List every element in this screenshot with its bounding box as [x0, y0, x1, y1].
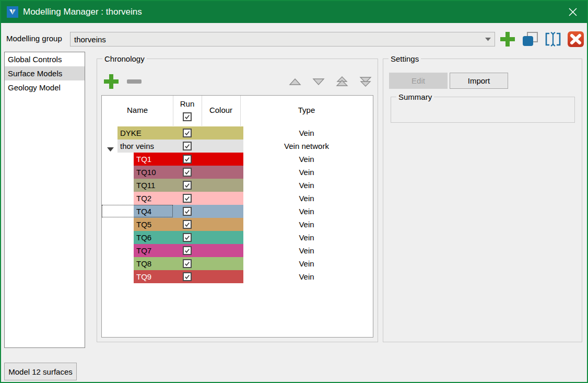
sidebar-item-surface-models[interactable]: Surface Models	[5, 66, 85, 80]
check-icon	[184, 195, 190, 201]
row-run-checkbox[interactable]	[183, 272, 192, 281]
row-name: TQ4	[136, 205, 151, 218]
row-run-checkbox[interactable]	[183, 207, 192, 216]
row-run-checkbox[interactable]	[183, 246, 192, 255]
model-surfaces-button[interactable]: Model 12 surfaces	[4, 363, 77, 380]
row-type: Vein	[240, 231, 373, 244]
add-surface-button[interactable]	[102, 72, 121, 91]
check-icon	[184, 156, 190, 162]
row-name: TQ9	[136, 270, 151, 283]
row-type: Vein	[240, 179, 373, 192]
edit-button[interactable]: Edit	[389, 73, 448, 89]
double-triangle-up-icon	[336, 76, 348, 87]
row-name: TQ5	[136, 218, 151, 231]
row-type: Vein	[240, 205, 373, 218]
row-type: Vein	[240, 153, 373, 166]
row-name: thor veins	[120, 140, 154, 153]
add-group-button[interactable]	[498, 30, 517, 49]
row-run-checkbox[interactable]	[183, 259, 192, 268]
settings-groupbox: Settings Edit Import Summary	[383, 59, 582, 342]
row-run-checkbox[interactable]	[183, 181, 192, 190]
minus-icon	[127, 79, 142, 84]
sidebar-item-geology-model[interactable]: Geology Model	[5, 80, 85, 95]
chronology-title: Chronology	[102, 54, 147, 64]
table-row[interactable]: TQ4 Vein	[102, 205, 373, 218]
check-icon	[184, 222, 190, 227]
row-name: TQ1	[136, 153, 151, 166]
settings-title: Settings	[389, 54, 421, 64]
table-row[interactable]: TQ8 Vein	[102, 257, 373, 270]
row-name: TQ10	[136, 166, 156, 179]
copy-icon	[521, 31, 539, 48]
row-run-checkbox[interactable]	[183, 142, 192, 150]
delete-group-button[interactable]	[566, 30, 585, 49]
plus-icon	[499, 31, 516, 48]
header-colour: Colour	[202, 105, 240, 115]
row-color-band: thor veins	[117, 140, 243, 153]
table-row[interactable]: TQ5 Vein	[102, 218, 373, 231]
modelling-group-combobox[interactable]: thorveins	[70, 32, 495, 47]
rename-group-button[interactable]	[544, 30, 562, 49]
duplicate-group-button[interactable]	[521, 30, 539, 49]
rename-text-cursor-icon	[544, 31, 562, 48]
table-row[interactable]: TQ2 Vein	[102, 192, 373, 205]
window-title: Modelling Manager : thorveins	[23, 7, 142, 17]
row-name: TQ11	[136, 179, 155, 192]
row-run-checkbox[interactable]	[183, 220, 192, 229]
table-row[interactable]: TQ1 Vein	[102, 153, 373, 166]
row-name: TQ2	[136, 192, 151, 205]
expander-triangle-icon[interactable]	[107, 144, 114, 148]
row-type: Vein	[240, 218, 373, 231]
titlebar: Modelling Manager : thorveins	[1, 1, 587, 23]
triangle-up-icon	[289, 78, 301, 86]
app-logo-icon	[7, 6, 18, 18]
row-type: Vein	[240, 192, 373, 205]
row-type: Vein	[240, 126, 373, 140]
chronology-table: Name Run Colour Type DYKE Vein thor vein…	[101, 95, 373, 338]
remove-surface-button[interactable]	[125, 72, 144, 91]
row-run-checkbox[interactable]	[183, 129, 192, 137]
check-icon	[184, 208, 190, 214]
table-row[interactable]: DYKE Vein	[102, 126, 373, 140]
table-row[interactable]: TQ11 Vein	[102, 179, 373, 192]
table-row[interactable]: TQ7 Vein	[102, 244, 373, 257]
table-row[interactable]: TQ10 Vein	[102, 166, 373, 179]
summary-groupbox: Summary	[391, 97, 575, 123]
row-run-checkbox[interactable]	[183, 233, 192, 242]
check-icon	[184, 114, 190, 120]
move-top-button[interactable]	[335, 76, 349, 87]
summary-title: Summary	[396, 92, 434, 102]
row-name: DYKE	[120, 126, 142, 140]
check-icon	[184, 169, 190, 175]
row-type: Vein	[240, 166, 373, 179]
row-run-checkbox[interactable]	[183, 168, 192, 177]
run-all-checkbox[interactable]	[183, 112, 192, 121]
table-row[interactable]: TQ6 Vein	[102, 231, 373, 244]
header-run: Run	[173, 99, 202, 109]
row-type: Vein network	[240, 140, 373, 153]
move-bottom-button[interactable]	[359, 76, 372, 87]
row-color-band: DYKE	[117, 126, 243, 140]
triangle-down-icon	[312, 78, 325, 86]
table-row[interactable]: thor veins Vein network	[102, 140, 373, 153]
check-icon	[184, 261, 190, 266]
modelling-group-label: Modelling group	[6, 34, 62, 43]
check-icon	[184, 235, 190, 240]
sidebar-item-global-controls[interactable]: Global Controls	[5, 52, 85, 66]
double-triangle-down-icon	[359, 76, 372, 87]
delete-x-icon	[567, 31, 584, 48]
row-name: TQ7	[136, 244, 151, 257]
table-row[interactable]: TQ9 Vein	[102, 270, 373, 283]
row-type: Vein	[240, 270, 373, 283]
row-type: Vein	[240, 244, 373, 257]
check-icon	[184, 248, 190, 253]
close-button[interactable]	[562, 1, 584, 23]
row-run-checkbox[interactable]	[183, 155, 192, 164]
import-button[interactable]: Import	[450, 73, 508, 89]
sidebar-list: Global Controls Surface Models Geology M…	[4, 52, 85, 348]
row-run-checkbox[interactable]	[183, 194, 192, 203]
move-up-button[interactable]	[288, 76, 302, 87]
move-down-button[interactable]	[312, 76, 325, 87]
chevron-down-icon	[485, 38, 491, 41]
chronology-rows: DYKE Vein thor veins Vein network TQ1	[102, 126, 373, 283]
